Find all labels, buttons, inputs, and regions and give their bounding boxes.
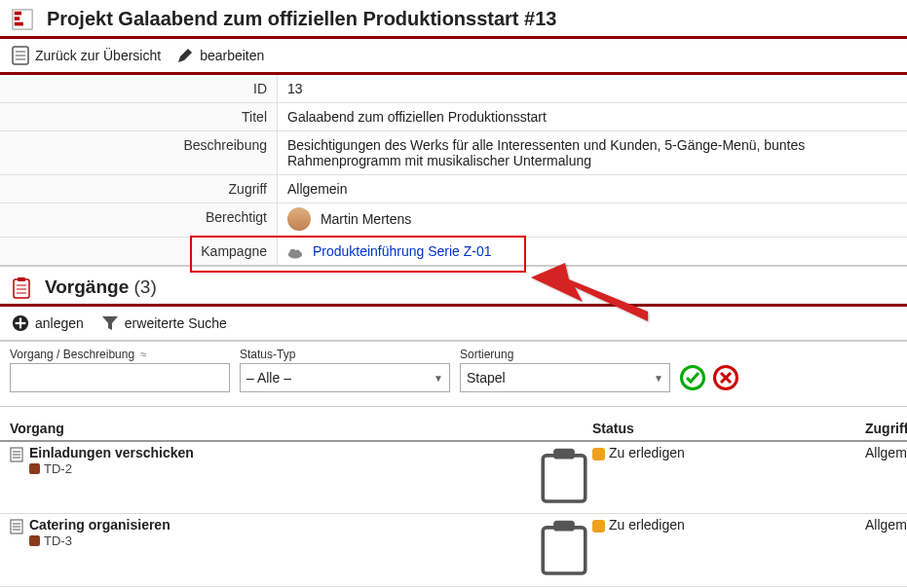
chevron-down-icon: ▼ <box>654 373 663 384</box>
vorgang-title: Catering organisieren <box>29 517 170 533</box>
vorgang-filter-label: Vorgang / Beschreibung≈ <box>10 348 230 361</box>
list-icon <box>12 47 29 64</box>
vorgang-title: Einladungen verschicken <box>29 445 194 460</box>
back-label: Zurück zur Übersicht <box>35 48 161 63</box>
funnel-icon <box>101 314 119 332</box>
svg-rect-25 <box>543 456 586 501</box>
page-title: Projekt Galaabend zum offiziellen Produk… <box>47 8 556 30</box>
status-badge <box>592 448 605 460</box>
apply-filter-button[interactable] <box>680 365 705 390</box>
status-filter-select[interactable]: – Alle –▼ <box>240 363 450 392</box>
svg-rect-3 <box>15 21 23 25</box>
zugriff-text: Allgemein <box>865 517 907 533</box>
authorized-name: Martin Mertens <box>321 211 411 227</box>
col-vorgang: Vorgang <box>10 421 536 436</box>
campaign-label: Kampagne <box>0 238 278 265</box>
priority-badge <box>29 463 40 474</box>
campaign-value: Produkteinführung Serie Z-01 <box>278 238 907 265</box>
status-text: Zu erledigen <box>609 445 685 460</box>
create-button[interactable]: anlegen <box>12 314 84 332</box>
edit-label: bearbeiten <box>200 48 264 63</box>
authorized-value: Martin Mertens <box>278 203 907 237</box>
col-zugriff: Zugriff <box>865 421 907 436</box>
filter-row: Vorgang / Beschreibung≈ Status-Typ – All… <box>0 342 907 407</box>
access-value: Allgemein <box>278 175 907 202</box>
svg-rect-12 <box>18 277 25 281</box>
details-panel: ID 13 Titel Galaabend zum offiziellen Pr… <box>0 75 907 267</box>
svg-rect-31 <box>543 528 586 573</box>
document-icon <box>10 447 23 462</box>
section-header: Vorgänge (3) <box>0 267 907 307</box>
clipboard-icon[interactable] <box>536 569 592 584</box>
clipboard-icon[interactable] <box>536 496 592 511</box>
pencil-icon <box>176 47 194 64</box>
back-button[interactable]: Zurück zur Übersicht <box>12 47 161 64</box>
svg-rect-2 <box>15 17 20 20</box>
zugriff-text: Allgemein <box>865 445 907 460</box>
sort-filter-select[interactable]: Stapel▼ <box>460 363 670 392</box>
vorgang-filter-input[interactable] <box>10 363 230 392</box>
plus-circle-icon <box>12 314 29 332</box>
page-header: Projekt Galaabend zum offiziellen Produk… <box>0 0 907 39</box>
main-toolbar: Zurück zur Übersicht bearbeiten <box>0 39 907 75</box>
svg-point-9 <box>289 249 295 255</box>
col-status: Status <box>592 421 865 436</box>
authorized-label: Berechtigt <box>0 203 278 237</box>
access-label: Zugriff <box>0 175 278 202</box>
sub-toolbar: anlegen erweiterte Suche <box>0 307 907 342</box>
avatar <box>287 207 311 231</box>
description-value: Besichtigungen des Werks für alle Intere… <box>278 131 907 174</box>
vorgang-table: Vorgang Status Zugriff Einladungen versc… <box>0 417 907 588</box>
title-label: Titel <box>0 103 278 130</box>
svg-rect-32 <box>553 521 575 532</box>
vorgang-id: TD-3 <box>44 533 72 548</box>
chevron-down-icon: ▼ <box>434 373 443 384</box>
campaign-icon <box>287 246 303 258</box>
id-label: ID <box>0 75 278 102</box>
campaign-link[interactable]: Produkteinführung Serie Z-01 <box>313 243 492 259</box>
create-label: anlegen <box>35 315 84 331</box>
title-value: Galaabend zum offiziellen Produktionssta… <box>278 103 907 130</box>
advanced-search-label: erweiterte Suche <box>125 315 227 331</box>
sort-filter-label: Sortierung <box>460 348 670 361</box>
section-count: (3) <box>134 276 157 297</box>
section-title: Vorgänge <box>45 276 129 297</box>
table-row[interactable]: Catering organisieren TD-3 Zu erledigen … <box>0 514 907 586</box>
clipboard-icon <box>12 276 31 298</box>
priority-badge <box>29 535 40 546</box>
edit-button[interactable]: bearbeiten <box>176 47 264 64</box>
status-text: Zu erledigen <box>609 517 685 533</box>
status-filter-label: Status-Typ <box>240 348 450 361</box>
description-label: Beschreibung <box>0 131 278 174</box>
clear-filter-button[interactable] <box>713 365 738 390</box>
id-value: 13 <box>278 75 907 102</box>
document-icon <box>10 519 23 534</box>
svg-rect-1 <box>15 11 21 15</box>
svg-rect-26 <box>553 449 575 459</box>
vorgang-id: TD-2 <box>44 461 72 476</box>
project-icon <box>12 9 33 30</box>
table-row[interactable]: Einladungen verschicken TD-2 Zu erledige… <box>0 442 907 514</box>
advanced-search-button[interactable]: erweiterte Suche <box>101 314 227 332</box>
status-badge <box>592 520 605 533</box>
table-header: Vorgang Status Zugriff <box>0 417 907 442</box>
svg-point-10 <box>295 250 300 255</box>
